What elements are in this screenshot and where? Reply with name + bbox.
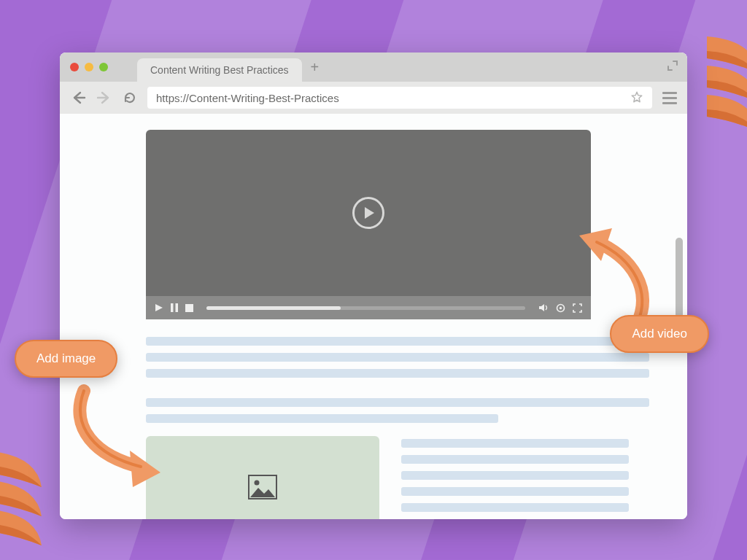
expand-icon[interactable] <box>667 60 678 74</box>
menu-button[interactable] <box>662 92 677 104</box>
image-placeholder[interactable] <box>146 436 379 519</box>
play-icon <box>365 207 374 219</box>
image-icon <box>248 475 277 499</box>
svg-rect-1 <box>176 303 179 312</box>
arrow-to-video <box>572 225 659 327</box>
new-tab-button[interactable]: + <box>311 60 320 74</box>
video-progress[interactable] <box>206 306 525 310</box>
video-player[interactable] <box>146 130 591 319</box>
maximize-icon[interactable] <box>99 63 108 71</box>
callout-add-image: Add image <box>15 340 117 378</box>
text-block-1 <box>146 337 649 378</box>
text-block-3 <box>401 436 629 519</box>
toolbar: https://Content-Writing-Best-Practices <box>60 82 687 114</box>
video-controls <box>146 296 591 319</box>
forward-button[interactable] <box>96 90 112 105</box>
control-play-icon[interactable] <box>155 303 163 312</box>
control-pause-icon[interactable] <box>171 303 178 312</box>
arrow-to-image <box>66 384 175 493</box>
text-line <box>146 398 649 407</box>
callout-add-video: Add video <box>610 315 709 353</box>
text-line <box>401 439 629 448</box>
svg-point-4 <box>560 306 562 308</box>
video-progress-fill <box>206 306 341 310</box>
callout-label: Add video <box>632 327 687 341</box>
url-bar[interactable]: https://Content-Writing-Best-Practices <box>147 87 652 109</box>
text-line <box>401 471 629 480</box>
window-controls <box>70 63 108 71</box>
callout-label: Add image <box>36 351 96 365</box>
minimize-icon[interactable] <box>85 63 93 71</box>
svg-rect-0 <box>171 303 174 312</box>
two-column-row <box>146 436 629 519</box>
close-icon[interactable] <box>70 63 79 71</box>
text-line <box>401 503 629 512</box>
text-block-2 <box>146 398 649 423</box>
text-line <box>146 369 649 378</box>
reload-button[interactable] <box>123 90 137 105</box>
plus-icon: + <box>311 59 320 75</box>
control-stop-icon[interactable] <box>185 304 193 312</box>
tab-title: Content Writing Best Practices <box>150 64 289 76</box>
text-line <box>146 337 629 346</box>
flourish-bottom-left <box>0 443 47 545</box>
url-text: https://Content-Writing-Best-Practices <box>156 92 339 104</box>
svg-rect-2 <box>185 304 193 312</box>
text-line <box>401 455 629 464</box>
browser-tab[interactable]: Content Writing Best Practices <box>137 58 302 82</box>
titlebar: Content Writing Best Practices + <box>60 52 687 82</box>
text-line <box>146 353 649 362</box>
text-line <box>146 414 498 423</box>
back-button[interactable] <box>70 90 86 105</box>
flourish-top-right <box>703 29 747 131</box>
bookmark-star-icon[interactable] <box>630 90 643 106</box>
svg-point-6 <box>255 481 260 486</box>
settings-gear-icon[interactable] <box>556 303 565 313</box>
text-line <box>401 487 629 496</box>
volume-icon[interactable] <box>538 303 549 312</box>
play-button[interactable] <box>352 197 384 229</box>
